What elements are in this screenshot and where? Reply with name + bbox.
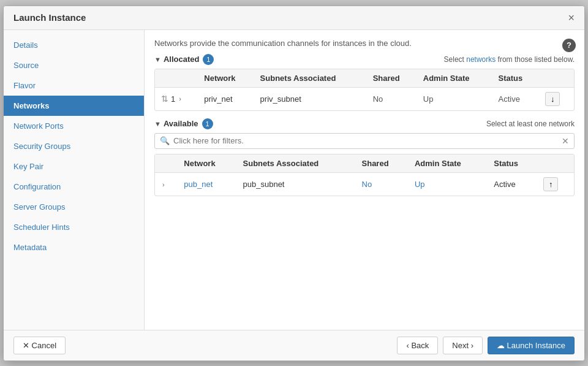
allocated-row-num-cell: ⇅ 1 › — [155, 87, 198, 110]
allocated-title: Allocated — [164, 55, 200, 64]
available-col-subnets: Subnets Associated — [237, 154, 356, 173]
available-badge: 1 — [202, 118, 213, 129]
help-icon[interactable]: ? — [562, 39, 576, 52]
table-row: › pub_net pub_subnet No Up Active ↑ — [155, 172, 574, 196]
allocated-row-move-down-button[interactable]: ↓ — [545, 92, 560, 106]
allocated-table-header: Network Subnets Associated Shared Admin … — [155, 69, 574, 88]
available-chevron: ▼ — [154, 120, 161, 128]
available-table-container: Network Subnets Associated Shared Admin … — [154, 154, 575, 196]
allocated-hint-link: networks — [466, 55, 496, 64]
description-text: Networks provide the communication chann… — [154, 39, 575, 48]
allocated-row-expand[interactable]: › — [178, 95, 183, 102]
available-col-network: Network — [178, 154, 236, 173]
footer-left: ✕ Cancel — [13, 337, 66, 354]
launch-instance-modal: Launch Instance × Details Source Flavor … — [3, 6, 585, 361]
available-table-header: Network Subnets Associated Shared Admin … — [155, 154, 574, 173]
modal-title: Launch Instance — [13, 12, 86, 23]
sidebar-item-key-pair[interactable]: Key Pair — [4, 156, 144, 177]
available-row-admin-state: Up — [409, 172, 488, 196]
allocated-badge: 1 — [203, 54, 214, 65]
allocated-chevron: ▼ — [154, 56, 161, 63]
allocated-col-status: Status — [492, 69, 538, 88]
search-icon: 🔍 — [160, 136, 170, 145]
available-row-subnets: pub_subnet — [237, 172, 356, 196]
sidebar-item-security-groups[interactable]: Security Groups — [4, 136, 144, 156]
sidebar-item-source[interactable]: Source — [4, 55, 144, 75]
allocated-row-network: priv_net — [198, 87, 254, 110]
available-col-admin-state: Admin State — [409, 154, 488, 173]
available-row-expand[interactable]: › — [161, 181, 166, 188]
available-hint: Select at least one network — [486, 120, 575, 128]
sidebar-item-flavor[interactable]: Flavor — [4, 75, 144, 96]
allocated-table-container: Network Subnets Associated Shared Admin … — [154, 69, 575, 111]
allocated-table: Network Subnets Associated Shared Admin … — [155, 69, 574, 110]
table-row: ⇅ 1 › priv_net priv_subnet No Up Active — [155, 87, 574, 110]
modal-footer: ✕ Cancel ‹ Back Next › ☁ Launch Instance — [4, 330, 584, 360]
available-col-action — [537, 154, 574, 173]
search-clear-button[interactable]: ✕ — [562, 136, 569, 146]
cancel-button[interactable]: ✕ Cancel — [13, 337, 66, 354]
available-row-action-cell: ↑ — [537, 172, 574, 196]
available-row-expand-cell: › — [155, 172, 178, 196]
sort-icon: ⇅ — [161, 94, 168, 104]
allocated-col-admin-state: Admin State — [417, 69, 492, 88]
modal-close-button[interactable]: × — [568, 12, 575, 23]
allocated-row-admin-state: Up — [417, 87, 492, 110]
allocated-col-shared: Shared — [367, 69, 417, 88]
allocated-section-header: ▼ Allocated 1 Select networks from those… — [154, 54, 575, 65]
available-row-move-up-button[interactable]: ↑ — [543, 177, 559, 191]
search-bar: 🔍 ✕ — [154, 133, 575, 149]
allocated-row-subnets: priv_subnet — [254, 87, 367, 110]
footer-right: ‹ Back Next › ☁ Launch Instance — [397, 337, 575, 354]
available-col-status: Status — [488, 154, 537, 173]
available-col-shared: Shared — [356, 154, 409, 173]
next-button[interactable]: Next › — [443, 337, 483, 354]
search-input[interactable] — [173, 136, 562, 145]
allocated-row-num: 1 — [171, 94, 175, 104]
sidebar-item-configuration[interactable]: Configuration — [4, 177, 144, 197]
main-content: ? Networks provide the communication cha… — [145, 30, 584, 330]
allocated-row-shared: No — [367, 87, 417, 110]
available-row-shared: No — [356, 172, 409, 196]
sidebar-item-metadata[interactable]: Metadata — [4, 237, 144, 257]
sidebar-item-scheduler-hints[interactable]: Scheduler Hints — [4, 217, 144, 237]
available-table: Network Subnets Associated Shared Admin … — [155, 154, 574, 196]
available-row-network: pub_net — [178, 172, 236, 196]
launch-instance-button[interactable]: ☁ Launch Instance — [488, 337, 575, 354]
cloud-icon: ☁ — [497, 341, 507, 350]
sidebar-item-network-ports[interactable]: Network Ports — [4, 116, 144, 136]
available-row-status: Active — [488, 172, 537, 196]
allocated-col-network: Network — [198, 69, 254, 88]
modal-header: Launch Instance × — [4, 6, 584, 30]
allocated-row-action-cell: ↓ — [539, 87, 574, 110]
allocated-col-subnets: Subnets Associated — [254, 69, 367, 88]
sidebar-item-details[interactable]: Details — [4, 35, 144, 55]
available-title: Available — [164, 119, 198, 128]
back-button[interactable]: ‹ Back — [397, 337, 438, 354]
allocated-col-action — [539, 69, 574, 88]
sidebar-item-server-groups[interactable]: Server Groups — [4, 197, 144, 217]
available-col-expand — [155, 154, 178, 173]
modal-body: Details Source Flavor Networks Network P… — [4, 30, 584, 330]
sidebar-item-networks[interactable]: Networks — [4, 96, 144, 116]
allocated-hint: Select networks from those listed below. — [444, 55, 575, 64]
launch-label: Launch Instance — [507, 341, 565, 350]
allocated-col-num — [155, 69, 198, 88]
sidebar: Details Source Flavor Networks Network P… — [4, 30, 145, 330]
allocated-row-status: Active — [492, 87, 538, 110]
available-section-header: ▼ Available 1 Select at least one networ… — [154, 118, 575, 129]
